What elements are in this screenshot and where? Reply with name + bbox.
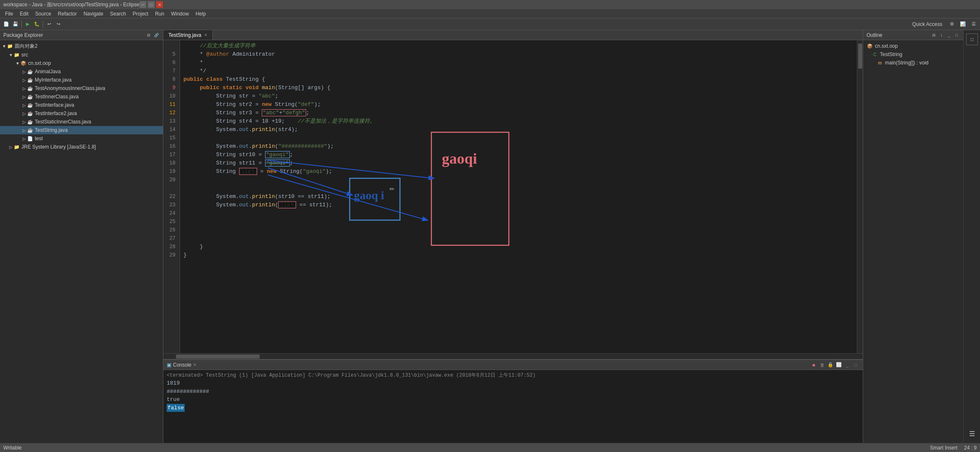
outline-minimize-btn[interactable]: _ [946, 32, 952, 39]
code-line-header: //后文大量生成字符串 [183, 42, 854, 50]
code-line-5: * @author Administrator [183, 50, 854, 59]
menu-window[interactable]: Window [168, 10, 192, 18]
console-expand-btn[interactable]: ⬜ [835, 361, 843, 369]
tree-icon: ☕ [27, 110, 34, 117]
line-num-17: 16 [163, 142, 177, 151]
toolbar-icon-3[interactable]: ☰ [969, 20, 978, 29]
tree-label: test [35, 136, 43, 141]
toolbar: 📄 💾 ▶ 🐛 ↩ ↪ Quick Access ⚙ 📊 ☰ [0, 18, 980, 30]
close-button[interactable]: ✕ [156, 1, 163, 8]
tree-arrow[interactable]: ▼ [2, 44, 7, 49]
tree-label: src [21, 52, 28, 58]
maximize-button[interactable]: □ [148, 1, 155, 8]
tree-label: 圆向对象2 [15, 43, 38, 50]
tab-close-icon[interactable]: ✕ [204, 33, 207, 37]
tree-arrow[interactable]: ▷ [8, 145, 13, 149]
outline-collapse-all[interactable]: ⊟ [931, 32, 937, 39]
tree-icon: 📦 [20, 60, 27, 67]
save-button[interactable]: 💾 [11, 20, 20, 29]
outline-class-icon: C [872, 51, 878, 58]
tree-icon: 📁 [13, 144, 20, 150]
outline-method[interactable]: m main(String[]) : void [863, 59, 963, 67]
tree-arrow[interactable]: ▷ [22, 120, 27, 124]
tree-item-teststaticinnerclass-java[interactable]: ▷☕TestStaticInnerClass.java [0, 118, 163, 126]
side-icon-square[interactable]: □ [966, 33, 978, 45]
menu-navigate[interactable]: Navigate [80, 10, 106, 18]
code-line-21 [183, 184, 854, 193]
console-stop-btn[interactable]: ■ [810, 361, 818, 369]
outline-maximize-btn[interactable]: □ [953, 32, 960, 39]
tree-arrow[interactable]: ▷ [22, 95, 27, 99]
tree-item-testinterface2-java[interactable]: ▷☕TestInterface2.java [0, 109, 163, 118]
undo-button[interactable]: ↩ [44, 20, 54, 29]
tree-icon: ☕ [27, 85, 34, 92]
tree-item-testinnerclass-java[interactable]: ▷☕TestInnerClass.java [0, 92, 163, 101]
explorer-link-editor[interactable]: 🔗 [153, 32, 160, 39]
tree-item-teststring-java[interactable]: ▷☕TestString.java [0, 126, 163, 134]
side-icon-menu[interactable]: ☰ [966, 428, 978, 439]
line-num-30: 29 [163, 251, 177, 259]
run-button[interactable]: ▶ [23, 20, 32, 29]
redo-button[interactable]: ↪ [54, 20, 63, 29]
menu-edit[interactable]: Edit [16, 10, 32, 18]
tree-item-myinterface-java[interactable]: ▷☕MyInterface.java [0, 76, 163, 84]
menu-refactor[interactable]: Refactor [54, 10, 80, 18]
console-tab-close[interactable]: ✕ [193, 362, 196, 367]
menu-search[interactable]: Search [107, 10, 129, 18]
menu-file[interactable]: File [2, 10, 16, 18]
tree-item-cn-sxt-oop[interactable]: ▼📦cn.sxt.oop [0, 59, 163, 67]
menu-project[interactable]: Project [129, 10, 152, 18]
code-area[interactable]: //后文大量生成字符串 * @author Administrator * */… [180, 40, 857, 353]
tree-arrow[interactable]: ▼ [8, 53, 13, 57]
minimize-button[interactable]: ─ [139, 1, 146, 8]
menu-help[interactable]: Help [192, 10, 209, 18]
console-minimize-btn[interactable]: _ [843, 361, 851, 369]
menu-run[interactable]: Run [152, 10, 168, 18]
debug-button[interactable]: 🐛 [32, 20, 41, 29]
left-panel: Package Explorer ⊟ 🔗 ▼📁圆向对象2▼📁src▼📦cn.sx… [0, 30, 163, 443]
tree-icon: 📁 [13, 51, 20, 58]
tree-item-testanonymousinnerclass-java[interactable]: ▷☕TestAnonymousInnerClass.java [0, 84, 163, 92]
line-num-21: 20 [163, 176, 177, 184]
new-button[interactable]: 📄 [2, 20, 11, 29]
tree-item-testinterface-java[interactable]: ▷☕TestInterface.java [0, 101, 163, 109]
right-panel: Outline ⊟ ↕ _ □ 📦 cn.sxt.oop C TestStrin… [863, 30, 963, 443]
toolbar-icon-1[interactable]: ⚙ [947, 20, 957, 29]
tree-arrow[interactable]: ▷ [22, 128, 27, 133]
tree-item-----2[interactable]: ▼📁圆向对象2 [0, 42, 163, 51]
h-scrollbar-thumb[interactable] [176, 354, 260, 359]
tree-arrow[interactable]: ▷ [22, 136, 27, 141]
outline-class[interactable]: C TestString [863, 50, 963, 59]
explorer-collapse-all[interactable]: ⊟ [145, 32, 152, 39]
toolbar-sep-2 [43, 21, 43, 28]
editor-scrollbar[interactable] [857, 40, 863, 353]
main-area: Package Explorer ⊟ 🔗 ▼📁圆向对象2▼📁src▼📦cn.sx… [0, 30, 980, 443]
menu-bar: File Edit Source Refactor Navigate Searc… [0, 9, 980, 18]
line-num-16: 15 [163, 134, 177, 142]
tree-arrow[interactable]: ▷ [22, 69, 27, 74]
bottom-scrollbar[interactable] [163, 353, 863, 359]
tree-item-test[interactable]: ▷📄test [0, 134, 163, 143]
tree-item-src[interactable]: ▼📁src [0, 51, 163, 59]
tree-arrow[interactable]: ▼ [15, 61, 20, 66]
console-clear-btn[interactable]: 🗑 [818, 361, 826, 369]
explorer-header: Package Explorer ⊟ 🔗 [0, 30, 163, 40]
scrollbar-thumb[interactable] [858, 44, 862, 69]
tree-arrow[interactable]: ▷ [22, 86, 27, 91]
tree-arrow[interactable]: ▷ [22, 78, 27, 82]
console-maximize-btn[interactable]: □ [852, 361, 859, 369]
tree-item-jre-system-library--javase-1-8-[interactable]: ▷📁JRE System Library [JavaSE-1.8] [0, 143, 163, 151]
tree-arrow[interactable]: ▷ [22, 111, 27, 116]
menu-source[interactable]: Source [32, 10, 54, 18]
toolbar-right: Quick Access ⚙ 📊 ☰ [912, 20, 978, 29]
title-bar: workspace - Java - 面/src/cn/sxt/oop/Test… [0, 0, 980, 9]
outline-package[interactable]: 📦 cn.sxt.oop [863, 42, 963, 50]
tree-arrow[interactable]: ▷ [22, 103, 27, 108]
side-icons: □ ☰ [963, 30, 980, 443]
console-scroll-lock-btn[interactable]: 🔒 [827, 361, 834, 369]
tree-item-animaljava[interactable]: ▷☕AnimalJava [0, 67, 163, 76]
toolbar-icon-2[interactable]: 📊 [958, 20, 967, 29]
outline-sort-btn[interactable]: ↕ [938, 32, 945, 39]
tab-teststring[interactable]: TestString.java ✕ [163, 30, 213, 40]
code-line-7: */ [183, 67, 854, 75]
